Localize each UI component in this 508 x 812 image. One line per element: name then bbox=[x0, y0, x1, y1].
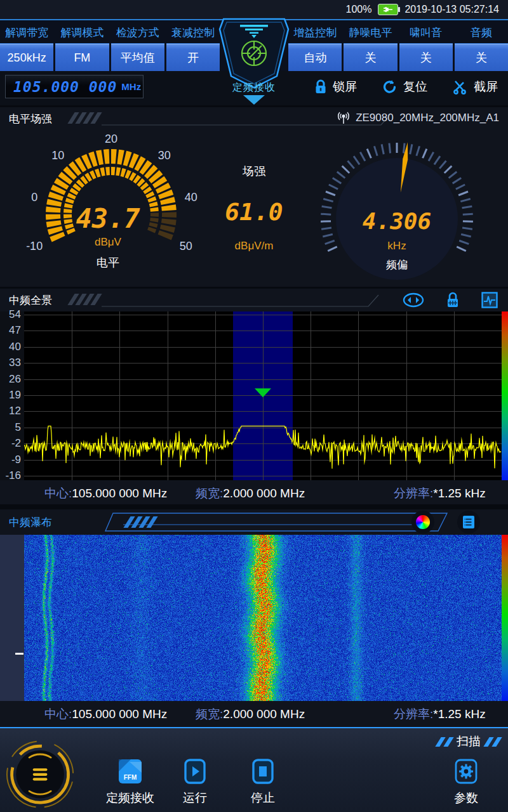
menu-audio[interactable]: 音频 关 bbox=[455, 22, 508, 71]
battery-percent: 100% bbox=[346, 4, 372, 15]
gear-icon bbox=[455, 759, 478, 784]
spectrum-footer: 中心:105.000 000 MHz 频宽:2.000 000 MHz 分辨率:… bbox=[0, 480, 508, 504]
level-label: 电平 bbox=[38, 255, 178, 270]
menu-attenuation[interactable]: 衰减控制 开 bbox=[166, 22, 220, 71]
ffm-icon: FFM bbox=[118, 759, 142, 784]
waterfall-left-margin bbox=[0, 535, 24, 701]
screenshot-scissors-icon bbox=[453, 79, 468, 95]
battery-charging-icon bbox=[378, 4, 398, 15]
parameters-button[interactable]: 参数 bbox=[447, 759, 485, 806]
menu-squelch[interactable]: 静噪电平 关 bbox=[344, 22, 397, 71]
lock-screen-button[interactable]: 锁屏 bbox=[314, 79, 357, 95]
main-menu-knob[interactable] bbox=[0, 736, 83, 812]
antenna-icon bbox=[337, 111, 351, 125]
svg-text:20: 20 bbox=[105, 133, 117, 145]
spectrum-panel-header: 中频全景 bbox=[0, 289, 508, 311]
level-panel-title: 电平场强 bbox=[9, 112, 52, 126]
datetime: 2019-10-13 05:27:14 bbox=[404, 4, 499, 15]
menu-left-group: 解调带宽 250kHz 解调模式 FM 检波方式 平均值 衰减控制 开 bbox=[0, 22, 220, 71]
palette-button[interactable] bbox=[411, 511, 434, 534]
svg-text:10: 10 bbox=[51, 149, 64, 162]
frequency-display[interactable]: 105.000 000 MHz bbox=[5, 75, 144, 98]
offset-value: 4.306 bbox=[327, 208, 467, 234]
field-strength-value: 61.0 bbox=[206, 198, 302, 226]
run-button[interactable]: 运行 bbox=[176, 759, 214, 806]
waterfall-colorbar bbox=[502, 535, 508, 701]
ffm-mode-button[interactable]: FFM 定频接收 bbox=[102, 759, 159, 806]
status-bar: 100% 2019-10-13 05:27:14 bbox=[0, 0, 508, 19]
level-value: 43.7 bbox=[38, 203, 178, 234]
offset-unit: kHz bbox=[327, 240, 467, 252]
mode-badge-label: 定频接收 bbox=[215, 81, 293, 95]
spectrum-colorbar bbox=[502, 311, 508, 480]
svg-text:40: 40 bbox=[185, 191, 197, 204]
reset-button[interactable]: 复位 bbox=[382, 79, 427, 95]
scan-section-label[interactable]: 扫描 bbox=[438, 733, 499, 750]
play-icon bbox=[184, 759, 206, 784]
spectrum-canvas[interactable] bbox=[24, 311, 502, 480]
list-icon bbox=[462, 515, 475, 529]
color-wheel-icon bbox=[416, 515, 430, 529]
level-panel-header: 电平场强 ZE9080_20MHz_200MHz_A1 bbox=[0, 107, 508, 130]
waterfall-canvas[interactable] bbox=[24, 535, 502, 701]
menu-detector[interactable]: 检波方式 平均值 bbox=[111, 22, 164, 71]
waterfall-footer: 中心:105.000 000 MHz 频宽:2.000 000 MHz 分辨率:… bbox=[0, 701, 508, 725]
waterfall-panel-header: 中频瀑布 bbox=[0, 511, 508, 534]
badge-pointer bbox=[243, 95, 265, 105]
svg-text:50: 50 bbox=[180, 240, 192, 252]
spectrum-panel-title: 中频全景 bbox=[9, 293, 52, 308]
svg-text:0: 0 bbox=[31, 191, 37, 204]
menu-demod-mode[interactable]: 解调模式 FM bbox=[55, 22, 109, 71]
waterfall-row-marker bbox=[15, 653, 23, 655]
menu-right-group: 增益控制 自动 静噪电平 关 啸叫音 关 音频 关 bbox=[288, 22, 508, 71]
pan-swap-icon[interactable] bbox=[403, 292, 424, 308]
list-button[interactable] bbox=[457, 511, 480, 534]
stop-button[interactable]: 停止 bbox=[244, 759, 282, 806]
lock-icon bbox=[314, 79, 327, 95]
level-unit: dBμV bbox=[38, 236, 178, 249]
mode-badge-ffm[interactable]: 定频接收 bbox=[215, 18, 293, 105]
frequency-unit: MHz bbox=[121, 81, 141, 92]
field-strength-unit: dBμV/m bbox=[213, 240, 295, 252]
offset-label: 频偏 bbox=[327, 258, 467, 272]
signal-frame-icon[interactable] bbox=[481, 292, 498, 308]
reset-icon bbox=[382, 79, 398, 95]
menu-gain-control[interactable]: 增益控制 自动 bbox=[288, 22, 342, 71]
frequency-value: 105.000 000 bbox=[13, 79, 117, 95]
svg-text:30: 30 bbox=[158, 149, 171, 162]
target-icon bbox=[242, 41, 266, 65]
hold-lock-icon[interactable] bbox=[446, 292, 460, 308]
svg-text:FFM: FFM bbox=[124, 774, 137, 781]
hamburger-menu-icon bbox=[33, 768, 48, 780]
device-name: ZE9080_20MHz_200MHz_A1 bbox=[356, 112, 499, 124]
stop-icon bbox=[252, 759, 274, 784]
screenshot-button[interactable]: 截屏 bbox=[453, 79, 498, 95]
menu-demod-bandwidth[interactable]: 解调带宽 250kHz bbox=[0, 22, 53, 71]
waterfall-panel-title: 中频瀑布 bbox=[9, 515, 52, 530]
menu-beep-tone[interactable]: 啸叫音 关 bbox=[399, 22, 453, 71]
receiver-app: 100% 2019-10-13 05:27:14 解调带宽 250kHz 解调模… bbox=[0, 0, 508, 812]
header-stripes bbox=[71, 112, 98, 124]
field-strength-label: 场强 bbox=[213, 164, 295, 179]
